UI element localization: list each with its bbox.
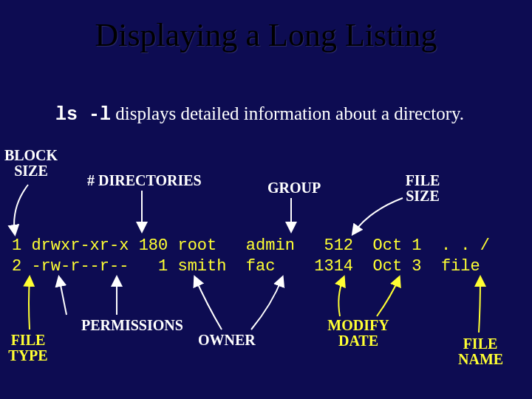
- command-text: ls -l: [55, 104, 111, 126]
- slide-title: Displaying a Long Listing: [0, 16, 532, 54]
- label-block-size: BLOCKSIZE: [1, 148, 61, 179]
- label-file-type: FILETYPE: [6, 332, 50, 364]
- slide-root: Displaying a Long Listing ls -l displays…: [0, 0, 532, 399]
- listing-row-2: 2 -rw-r--r-- 1 smith fac 1314 Oct 3 file: [12, 257, 480, 276]
- label-modify-date: MODIFYDATE: [325, 318, 392, 349]
- label-permissions: PERMISSIONS: [81, 318, 183, 333]
- arrow-overlay: [0, 0, 532, 399]
- label-num-directories: # DIRECTORIES: [87, 173, 202, 188]
- description: ls -l displays detailed information abou…: [55, 103, 464, 126]
- listing-row-1: 1 drwxr-xr-x 180 root admin 512 Oct 1 . …: [12, 236, 490, 255]
- label-group: GROUP: [267, 180, 321, 196]
- label-file-name: FILENAME: [458, 336, 502, 367]
- label-file-size: FILESIZE: [400, 173, 445, 204]
- label-owner: OWNER: [198, 332, 256, 348]
- description-rest: displays detailed information about a di…: [111, 103, 464, 123]
